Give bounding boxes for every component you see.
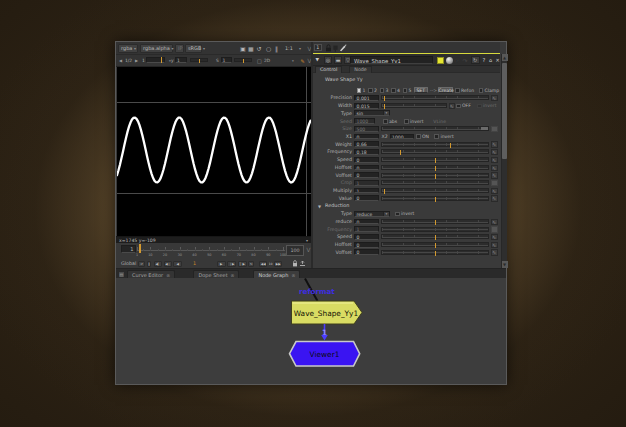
frame-format-icon[interactable]: □ [257, 58, 262, 64]
slider-marker[interactable] [450, 143, 451, 148]
scrollbar-thumb[interactable] [502, 63, 507, 159]
help-icon[interactable]: ? [483, 57, 486, 63]
preset-checkbox-3[interactable] [380, 88, 385, 93]
gamma-slider[interactable] [190, 58, 208, 62]
slider-marker[interactable] [435, 158, 436, 163]
frequency-slider[interactable] [381, 149, 489, 154]
gamma-field[interactable]: 1 [175, 57, 187, 63]
pause-icon[interactable]: ‖ [275, 45, 278, 53]
next-keyframe-button[interactable]: ❘▶ [227, 261, 236, 268]
revert-icon[interactable]: ↻ [471, 56, 480, 64]
slider-marker[interactable] [435, 174, 436, 179]
timeline-playhead[interactable] [139, 244, 141, 253]
preset-checkbox-1[interactable] [357, 88, 362, 93]
lock-range-icon[interactable] [292, 260, 298, 267]
skip-forward-10-button[interactable]: ▶▶ [274, 261, 282, 268]
gamma-slider-marker[interactable] [199, 59, 200, 63]
invert-checkbox[interactable] [395, 212, 400, 217]
hoffset-slider[interactable] [381, 242, 489, 247]
gl-color-sphere[interactable] [446, 57, 453, 64]
preset-checkbox-2[interactable] [368, 88, 373, 93]
slider-marker[interactable] [384, 189, 385, 194]
node-color-swatch[interactable] [437, 57, 444, 64]
animation-curve-icon[interactable]: ∿ [491, 249, 498, 255]
value-field[interactable]: 0 [354, 219, 379, 225]
value-field[interactable]: 1000 [354, 118, 375, 124]
value-field[interactable]: 0.015 [354, 103, 379, 109]
create-button[interactable]: Create [438, 87, 453, 93]
minimize-panel-icon[interactable]: ▬ [334, 56, 342, 64]
node-name-field[interactable]: Wave_Shape_Yy1 [350, 56, 433, 65]
slider-marker[interactable] [384, 96, 385, 101]
close-tab-icon[interactable]: ⊗ [166, 273, 170, 278]
slider-marker[interactable] [435, 235, 436, 240]
value-field[interactable]: 0 [354, 242, 379, 248]
value-slider[interactable] [381, 196, 489, 201]
value-field[interactable]: 0 [354, 249, 379, 255]
animation-curve-icon[interactable]: ∿ [491, 234, 498, 240]
clamp-checkbox[interactable] [479, 88, 484, 93]
frequency-slider[interactable] [381, 227, 489, 232]
hoffset-slider[interactable] [381, 165, 489, 170]
value-field[interactable]: 1 [354, 188, 379, 194]
scroll-down-icon[interactable]: ▼ [502, 261, 508, 268]
max-panels-field[interactable]: 1 [314, 44, 322, 52]
gain-field[interactable] [146, 57, 165, 63]
type-dropdown[interactable]: sin▾ [354, 110, 390, 116]
set-button[interactable]: SET [414, 87, 429, 93]
pane-menu-icon[interactable]: ▤ [118, 271, 125, 278]
value-field[interactable]: 0.66 [354, 141, 379, 147]
edit-pencil-icon[interactable] [338, 43, 347, 52]
speed-slider[interactable] [381, 234, 489, 239]
playback-loop-button[interactable]: ↻ [248, 261, 254, 268]
value-field[interactable]: 0 [354, 172, 379, 178]
viewer-edge[interactable]: 1 [321, 324, 328, 341]
collapse-triangle-icon[interactable]: ▼ [316, 57, 320, 62]
brush-icon[interactable]: ✎ [301, 58, 305, 64]
redo-icon[interactable]: ↷ [463, 57, 468, 64]
roi-icon[interactable]: ○ [266, 45, 271, 53]
preset-checkbox-4[interactable] [391, 88, 396, 93]
fit-range-icon[interactable] [299, 260, 306, 267]
crop-slider[interactable] [381, 180, 489, 185]
wave-shape-node[interactable]: Wave_Shape_Yy1 [292, 301, 363, 324]
value-field[interactable]: 0 [354, 134, 379, 140]
chevron-down-icon[interactable]: ▾ [292, 58, 294, 64]
animation-curve-icon[interactable]: ∿ [491, 149, 498, 155]
collapse-triangle-icon[interactable]: ▼ [318, 204, 321, 209]
viewer-canvas[interactable] [117, 67, 311, 236]
input-process-toggle[interactable]: IP [175, 44, 184, 53]
range-mode-dropdown[interactable]: Global [121, 261, 136, 267]
animation-curve-icon[interactable]: ∿ [491, 95, 498, 101]
node-graph-canvas[interactable]: reformat Wave_Shape_Yy1 1 Viewer1 [116, 278, 506, 384]
goto-end-button[interactable]: ▏▶ [238, 261, 247, 268]
value-field[interactable]: 0 [354, 157, 379, 163]
timeline-frame-field[interactable]: 1 [121, 245, 136, 253]
animation-curve-icon[interactable]: ∿ [491, 165, 498, 171]
range-end-box[interactable]: 100 [286, 245, 304, 256]
animation-curve-icon[interactable]: ∿ [491, 172, 498, 178]
wipe-icon[interactable]: ▣ [240, 45, 246, 53]
width-slider[interactable] [381, 103, 447, 108]
invert-checkbox[interactable] [477, 104, 482, 109]
refon-checkbox[interactable] [455, 88, 460, 93]
value-field[interactable]: 0.001 [354, 95, 379, 101]
close-tab-icon[interactable]: ⊗ [231, 273, 235, 278]
prev-keyframe-button[interactable]: ◀❘ [164, 261, 173, 268]
slider-marker[interactable] [435, 197, 436, 202]
weight-slider[interactable] [381, 142, 489, 147]
float-icon[interactable]: ⌂ [489, 57, 492, 63]
alpha-channel-dropdown[interactable]: rgba.alpha ▾ [140, 44, 173, 53]
slider-handle[interactable] [481, 127, 488, 130]
play-forward-button[interactable]: ▶ [217, 261, 226, 268]
skip-back-10-button[interactable]: ◀◀ [259, 261, 267, 268]
slider-marker[interactable] [384, 104, 385, 109]
zoom-level-indicator[interactable]: 1:1 [285, 45, 293, 53]
viewer-node[interactable]: Viewer1 [290, 342, 360, 367]
multiply-slider[interactable] [381, 188, 489, 193]
animation-curve-icon[interactable]: ∿ [491, 141, 498, 147]
abs-checkbox[interactable] [383, 119, 388, 124]
on-checkbox[interactable] [416, 134, 421, 139]
slider-marker[interactable] [435, 166, 436, 171]
precision-slider[interactable] [381, 95, 489, 100]
